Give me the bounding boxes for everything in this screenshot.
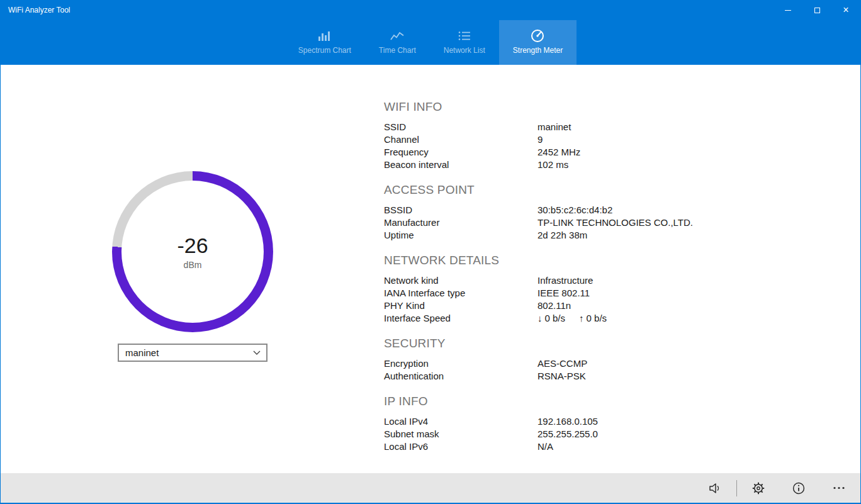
section-access-point: ACCESS POINT BSSID 30:b5:c2:6c:d4:b2 Man… xyxy=(384,183,812,242)
row-label: Interface Speed xyxy=(384,312,537,325)
info-icon xyxy=(792,482,805,495)
info-row: Local IPv6 N/A xyxy=(384,440,812,453)
info-row: SSID maninet xyxy=(384,121,812,133)
minimize-button[interactable] xyxy=(774,0,802,20)
row-value: 9 xyxy=(537,133,543,146)
row-label: PHY Kind xyxy=(384,300,537,312)
row-value: 2452 MHz xyxy=(537,146,580,159)
info-row: Beacon interval 102 ms xyxy=(384,159,812,171)
row-label: BSSID xyxy=(384,204,537,216)
info-row: Frequency 2452 MHz xyxy=(384,146,812,159)
row-label: Authentication xyxy=(384,370,537,383)
signal-strength-value: -26 xyxy=(177,233,208,258)
window-controls: × xyxy=(774,0,860,20)
info-row: Encryption AES-CCMP xyxy=(384,357,812,370)
signal-gauge-ring: -26 dBm xyxy=(112,171,273,332)
info-row: Channel 9 xyxy=(384,133,812,146)
info-row: Uptime 2d 22h 38m xyxy=(384,229,812,242)
section-network-details: NETWORK DETAILS Network kind Infrastruct… xyxy=(384,254,812,325)
info-row: Local IPv4 192.168.0.105 xyxy=(384,415,812,428)
row-value: ↓ 0 b/s ↑ 0 b/s xyxy=(537,312,607,325)
row-value: TP-LINK TECHNOLOGIES CO.,LTD. xyxy=(537,216,693,229)
gear-icon xyxy=(752,482,765,495)
download-arrow-icon: ↓ xyxy=(537,312,543,325)
signal-strength-unit: dBm xyxy=(184,260,202,270)
close-icon: × xyxy=(843,5,848,15)
info-button[interactable] xyxy=(784,476,814,501)
signal-strength-gauge: -26 dBm xyxy=(112,171,273,332)
app-window: WiFi Analyzer Tool × Spectrum Chart xyxy=(0,0,861,504)
tab-time-chart[interactable]: Time Chart xyxy=(365,20,430,65)
row-value: Infrastructure xyxy=(537,274,593,287)
row-label: Encryption xyxy=(384,357,537,370)
nav-tabs: Spectrum Chart Time Chart Network List xyxy=(1,20,860,65)
row-value: maninet xyxy=(537,121,571,133)
row-value: N/A xyxy=(537,440,553,453)
maximize-button[interactable] xyxy=(802,0,831,20)
more-button[interactable] xyxy=(824,476,854,501)
row-value: 2d 22h 38m xyxy=(537,229,587,242)
section-title: SECURITY xyxy=(384,337,812,350)
row-value: 255.255.255.0 xyxy=(537,428,598,440)
info-row: Subnet mask 255.255.255.0 xyxy=(384,428,812,440)
network-selector-dropdown[interactable]: maninet xyxy=(118,344,267,362)
row-value: IEEE 802.11 xyxy=(537,287,590,300)
section-title: NETWORK DETAILS xyxy=(384,254,812,267)
chevron-down-icon xyxy=(253,350,261,355)
line-chart-icon xyxy=(390,28,404,43)
row-value: 192.168.0.105 xyxy=(537,415,598,428)
section-ip-info: IP INFO Local IPv4 192.168.0.105 Subnet … xyxy=(384,395,812,453)
row-label: Subnet mask xyxy=(384,428,537,440)
main-content: -26 dBm maninet WIFI INFO SSID maninet xyxy=(1,65,860,473)
row-label: SSID xyxy=(384,121,537,133)
tab-label: Network List xyxy=(444,46,485,55)
maximize-icon xyxy=(814,8,820,13)
info-row: IANA Interface type IEEE 802.11 xyxy=(384,287,812,300)
info-row: Interface Speed ↓ 0 b/s ↑ 0 b/s xyxy=(384,312,812,325)
info-row: BSSID 30:b5:c2:6c:d4:b2 xyxy=(384,204,812,216)
row-label: Network kind xyxy=(384,274,537,287)
tab-strength-meter[interactable]: Strength Meter xyxy=(499,20,577,65)
row-label: Frequency xyxy=(384,146,537,159)
row-label: Manufacturer xyxy=(384,216,537,229)
tab-label: Time Chart xyxy=(379,46,416,55)
row-value: 102 ms xyxy=(537,159,568,171)
row-label: Channel xyxy=(384,133,537,146)
section-title: ACCESS POINT xyxy=(384,183,812,197)
row-label: Local IPv6 xyxy=(384,440,537,453)
gauge-icon xyxy=(531,28,544,43)
tab-spectrum-chart[interactable]: Spectrum Chart xyxy=(284,20,365,65)
section-title: IP INFO xyxy=(384,395,812,408)
tab-label: Strength Meter xyxy=(513,46,563,55)
row-label: IANA Interface type xyxy=(384,287,537,300)
list-icon xyxy=(458,28,471,43)
volume-button[interactable] xyxy=(700,476,730,501)
tab-network-list[interactable]: Network List xyxy=(430,20,499,65)
section-wifi-info: WIFI INFO SSID maninet Channel 9 Frequen… xyxy=(384,100,812,171)
info-panel: WIFI INFO SSID maninet Channel 9 Frequen… xyxy=(384,100,812,465)
volume-icon xyxy=(708,482,722,495)
signal-gauge-center: -26 dBm xyxy=(121,181,264,323)
row-value: AES-CCMP xyxy=(537,357,587,370)
upload-speed: 0 b/s xyxy=(587,312,607,325)
titlebar: WiFi Analyzer Tool × xyxy=(1,0,860,20)
info-row: Network kind Infrastructure xyxy=(384,274,812,287)
settings-button[interactable] xyxy=(743,476,774,501)
minimize-icon xyxy=(785,10,791,11)
info-row: Manufacturer TP-LINK TECHNOLOGIES CO.,LT… xyxy=(384,216,812,229)
row-value: RSNA-PSK xyxy=(537,370,586,383)
row-value: 30:b5:c2:6c:d4:b2 xyxy=(537,204,612,216)
row-label: Beacon interval xyxy=(384,159,537,171)
upload-arrow-icon: ↑ xyxy=(579,312,584,325)
tab-label: Spectrum Chart xyxy=(298,46,351,55)
section-title: WIFI INFO xyxy=(384,100,812,114)
section-security: SECURITY Encryption AES-CCMP Authenticat… xyxy=(384,337,812,383)
row-label: Uptime xyxy=(384,229,537,242)
status-bar xyxy=(1,473,860,503)
download-speed: 0 b/s xyxy=(545,312,566,325)
row-label: Local IPv4 xyxy=(384,415,537,428)
close-button[interactable]: × xyxy=(831,0,860,20)
row-value: 802.11n xyxy=(537,300,571,312)
window-title: WiFi Analyzer Tool xyxy=(1,6,774,14)
info-row: PHY Kind 802.11n xyxy=(384,300,812,312)
